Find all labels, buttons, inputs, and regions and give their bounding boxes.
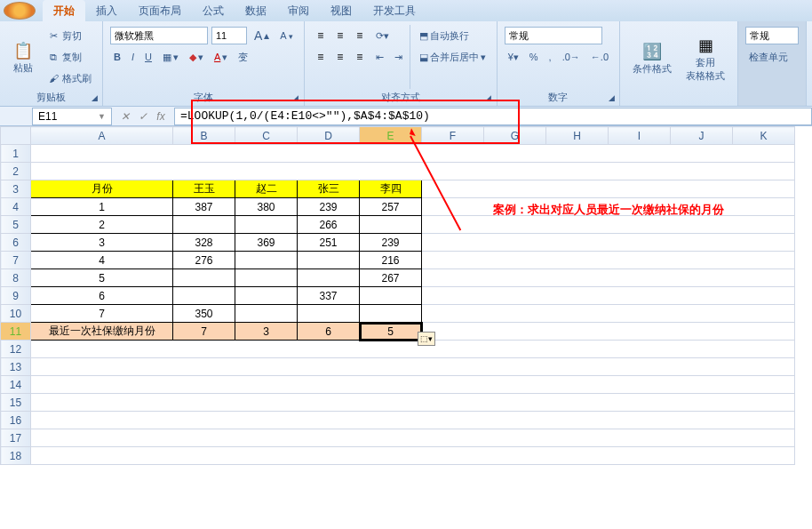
tab-home[interactable]: 开始	[43, 0, 85, 22]
align-bottom[interactable]: ≡	[351, 28, 369, 44]
col-I[interactable]: I	[609, 127, 671, 145]
align-top[interactable]: ≡	[312, 28, 330, 44]
table-format-button[interactable]: ▦ 套用 表格格式	[681, 25, 730, 92]
italic-button[interactable]: I	[128, 50, 138, 64]
cond-format-button[interactable]: 🔢 条件格式	[627, 25, 677, 92]
fill-color-button[interactable]: ◆▾	[186, 50, 207, 65]
align-launcher[interactable]: ◢	[482, 92, 495, 104]
copy-button[interactable]: ⧉复制	[43, 48, 85, 66]
orientation-button[interactable]: ⟳▾	[372, 28, 393, 44]
paste-icon: 📋	[12, 40, 34, 61]
percent-button[interactable]: %	[526, 50, 542, 64]
col-J[interactable]: J	[671, 127, 733, 145]
align-left[interactable]: ≡	[312, 49, 330, 65]
group-cells: 检查单元	[738, 21, 807, 106]
col-A[interactable]: A	[31, 127, 173, 145]
col-H[interactable]: H	[546, 127, 609, 145]
chevron-down-icon: ▼	[98, 112, 106, 121]
tab-view[interactable]: 视图	[320, 0, 362, 22]
cell[interactable]: 李四	[360, 180, 422, 198]
cell[interactable]: 张三	[298, 180, 360, 198]
font-size-select[interactable]	[211, 27, 247, 44]
copy-icon: ⧉	[46, 50, 60, 64]
bold-button[interactable]: B	[110, 50, 124, 64]
tab-layout[interactable]: 页面布局	[128, 0, 192, 22]
paste-label: 粘贴	[13, 61, 33, 75]
table-format-icon: ▦	[695, 35, 716, 56]
font-color-button[interactable]: A▾	[211, 50, 231, 65]
name-box-value: E11	[38, 110, 57, 123]
row-1[interactable]: 1	[1, 145, 31, 163]
border-icon: ▦	[163, 52, 171, 63]
wrap-button[interactable]: ⬒自动换行	[416, 28, 473, 44]
clipboard-launcher[interactable]: ◢	[88, 92, 100, 104]
merge-icon: ⬓	[419, 52, 428, 63]
group-styles: 🔢 条件格式 ▦ 套用 表格格式	[620, 21, 738, 106]
increase-font-button[interactable]: A▴	[251, 27, 273, 44]
currency-button[interactable]: ¥▾	[505, 50, 522, 65]
sheet-area: A B C D E F G H I J K 1 2 3 月份 王玉 赵二 张三 …	[0, 126, 812, 465]
tab-dev[interactable]: 开发工具	[362, 0, 426, 22]
indent-dec-button[interactable]: ⇤	[372, 50, 387, 65]
paste-button[interactable]: 📋 粘贴	[7, 25, 39, 89]
annotation-text: 案例：求出对应人员最近一次缴纳社保的月份	[493, 202, 724, 218]
group-font: A▴ A▾ B I U ▦▾ ◆▾ A▾ 变 字体 ◢	[103, 21, 305, 106]
cond-format-icon: 🔢	[641, 41, 663, 62]
number-launcher[interactable]: ◢	[605, 92, 617, 104]
cancel-fx-button[interactable]: ✕	[117, 108, 133, 124]
clipboard-group-label: 剪贴板	[7, 89, 95, 104]
painter-button[interactable]: 🖌格式刷	[43, 69, 95, 87]
cell[interactable]: 王玉	[173, 180, 235, 198]
office-button[interactable]	[4, 2, 36, 20]
worksheet[interactable]: A B C D E F G H I J K 1 2 3 月份 王玉 赵二 张三 …	[0, 126, 795, 465]
check-cell-button[interactable]: 检查单元	[745, 49, 792, 66]
number-format-select[interactable]	[505, 27, 602, 44]
phonetic-button[interactable]: 变	[235, 49, 251, 66]
tab-review[interactable]: 审阅	[277, 0, 320, 22]
border-button[interactable]: ▦▾	[159, 50, 182, 65]
tab-data[interactable]: 数据	[235, 0, 277, 22]
brush-icon: 🖌	[46, 71, 60, 85]
decrease-font-button[interactable]: A▾	[276, 28, 296, 43]
formula-bar: E11 ▼ ✕ ✓ fx =LOOKUP(1,0/(E4:E10<>""),$A…	[0, 107, 812, 126]
formula-input[interactable]: =LOOKUP(1,0/(E4:E10<>""),$A$4:$A$10)	[174, 108, 812, 125]
tab-formula[interactable]: 公式	[192, 0, 235, 22]
indent-inc-button[interactable]: ⇥	[391, 50, 406, 65]
bucket-icon: ◆	[189, 52, 196, 63]
dec-decimal-button[interactable]: ←.0	[587, 50, 612, 64]
comma-button[interactable]: ,	[545, 50, 555, 64]
font-name-select[interactable]	[110, 27, 208, 44]
font-launcher[interactable]: ◢	[290, 92, 302, 104]
row-3[interactable]: 3	[1, 180, 31, 198]
col-B[interactable]: B	[173, 127, 235, 145]
align-center[interactable]: ≡	[331, 49, 349, 65]
col-F[interactable]: F	[422, 127, 484, 145]
tab-insert[interactable]: 插入	[85, 0, 128, 22]
cell-format-select[interactable]	[745, 27, 799, 44]
align-right[interactable]: ≡	[351, 49, 369, 65]
autofill-options-icon[interactable]: ⬚▾	[418, 332, 435, 346]
font-group-label: 字体	[110, 89, 297, 104]
confirm-fx-button[interactable]: ✓	[135, 108, 151, 124]
col-C[interactable]: C	[235, 127, 298, 145]
row-2[interactable]: 2	[1, 163, 31, 180]
merge-button[interactable]: ⬓合并后居中▾	[416, 49, 490, 66]
ribbon-tabs: 开始 插入 页面布局 公式 数据 审阅 视图 开发工具	[0, 0, 812, 21]
ribbon: 📋 粘贴 ✂剪切 ⧉复制 🖌格式刷 剪贴板 ◢ A▴ A▾ B I U	[0, 21, 812, 107]
cell[interactable]: 赵二	[235, 180, 298, 198]
scissors-icon: ✂	[46, 28, 60, 43]
active-cell-E11[interactable]: 5	[360, 323, 422, 341]
col-K[interactable]: K	[733, 127, 795, 145]
col-D[interactable]: D	[298, 127, 360, 145]
select-all-corner[interactable]	[1, 127, 31, 145]
align-horizontal: ≡ ≡ ≡	[312, 49, 369, 65]
fx-button[interactable]: fx	[153, 108, 169, 124]
col-G[interactable]: G	[484, 127, 546, 145]
underline-button[interactable]: U	[141, 50, 155, 64]
inc-decimal-button[interactable]: .0→	[559, 50, 584, 64]
group-align: ≡ ≡ ≡ ⟳▾ ≡ ≡ ≡ ⇤ ⇥ ⬒自动换行	[305, 21, 498, 106]
name-box[interactable]: E11 ▼	[32, 108, 112, 125]
cell[interactable]: 月份	[31, 180, 173, 198]
cut-button[interactable]: ✂剪切	[43, 27, 85, 44]
align-middle[interactable]: ≡	[331, 28, 349, 44]
